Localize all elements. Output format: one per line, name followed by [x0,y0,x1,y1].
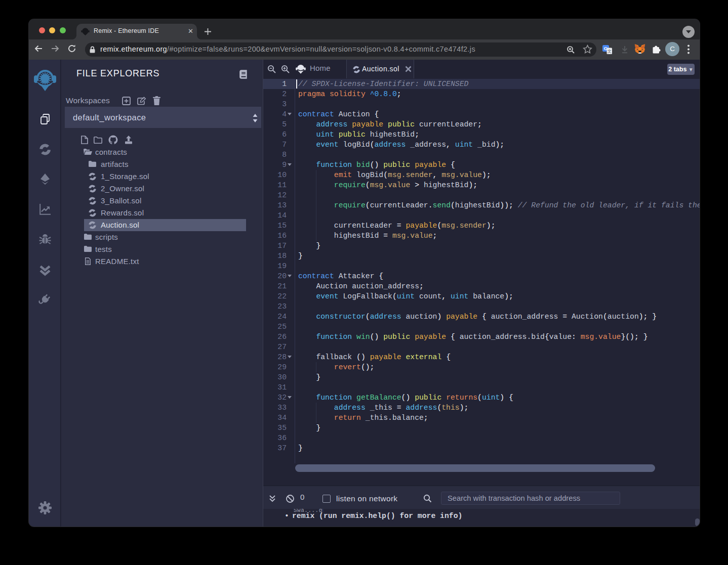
svg-text:文: 文 [608,49,612,54]
